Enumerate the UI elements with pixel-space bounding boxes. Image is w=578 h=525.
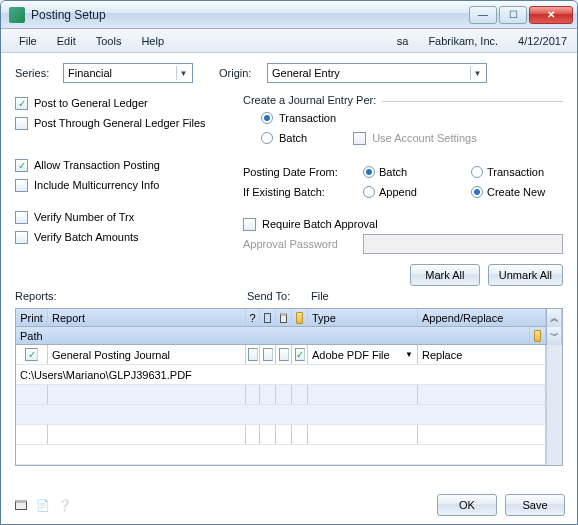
scroll-up-button[interactable]: ︽ bbox=[546, 309, 562, 327]
journal-batch-label: Batch bbox=[279, 132, 307, 144]
col-ask-icon[interactable]: ? bbox=[246, 309, 260, 326]
row-printer-checkbox[interactable] bbox=[279, 348, 289, 361]
menubar: File Edit Tools Help sa Fabrikam, Inc. 4… bbox=[1, 29, 577, 53]
row-print-checkbox[interactable]: ✓ bbox=[25, 348, 38, 361]
path-folder-icon[interactable] bbox=[530, 327, 546, 344]
print-icon[interactable] bbox=[13, 497, 29, 513]
col-printer-icon[interactable] bbox=[276, 309, 292, 326]
table-row[interactable] bbox=[16, 425, 562, 445]
unmark-all-button[interactable]: Unmark All bbox=[488, 264, 563, 286]
save-button[interactable]: Save bbox=[505, 494, 565, 516]
journal-entry-group: Create a Journal Entry Per: Transaction … bbox=[243, 101, 563, 148]
reports-label: Reports: bbox=[15, 290, 75, 308]
post-gl-label: Post to General Ledger bbox=[34, 97, 148, 109]
mark-all-button[interactable]: Mark All bbox=[410, 264, 480, 286]
maximize-button[interactable]: ☐ bbox=[499, 6, 527, 24]
existing-append-radio[interactable] bbox=[363, 186, 375, 198]
chevron-down-icon: ▼ bbox=[470, 66, 484, 80]
row-type: Adobe PDF File bbox=[312, 349, 390, 361]
col-screen-icon[interactable] bbox=[260, 309, 276, 326]
approval-pwd-input bbox=[363, 234, 563, 254]
chevron-down-icon: ▼ bbox=[176, 66, 190, 80]
col-report[interactable]: Report bbox=[48, 309, 246, 326]
status-date: 4/12/2017 bbox=[508, 35, 577, 47]
col-folder-icon[interactable] bbox=[292, 309, 308, 326]
menu-edit[interactable]: Edit bbox=[47, 32, 86, 50]
app-icon bbox=[9, 7, 25, 23]
verify-num-checkbox[interactable] bbox=[15, 211, 28, 224]
row-screen-checkbox[interactable] bbox=[263, 348, 273, 361]
file-label: File bbox=[311, 290, 351, 308]
reports-table: Print Report ? Type Append/Replace ︽ Pat… bbox=[15, 308, 563, 466]
journal-batch-radio[interactable] bbox=[261, 132, 273, 144]
post-gl-checkbox[interactable]: ✓ bbox=[15, 97, 28, 110]
row-append-replace: Replace bbox=[418, 345, 546, 364]
col-type[interactable]: Type bbox=[308, 309, 418, 326]
include-mc-label: Include Multicurrency Info bbox=[34, 179, 159, 191]
series-value: Financial bbox=[68, 67, 112, 79]
origin-value: General Entry bbox=[272, 67, 340, 79]
include-mc-checkbox[interactable] bbox=[15, 179, 28, 192]
datefrom-trx-radio[interactable] bbox=[471, 166, 483, 178]
chevron-down-icon[interactable]: ▼ bbox=[405, 350, 413, 359]
vertical-scrollbar[interactable] bbox=[546, 345, 562, 465]
verify-amt-label: Verify Batch Amounts bbox=[34, 231, 139, 243]
help-icon[interactable]: ❔ bbox=[57, 497, 73, 513]
table-row[interactable]: C:\Users\Mariano\GLPJ39631.PDF bbox=[16, 365, 562, 385]
col-path[interactable]: Path bbox=[16, 327, 530, 344]
sendto-label: Send To: bbox=[247, 290, 311, 308]
use-acct-label: Use Account Settings bbox=[372, 132, 477, 144]
table-row[interactable] bbox=[16, 385, 562, 405]
existing-append-label: Append bbox=[379, 186, 417, 198]
if-existing-label: If Existing Batch: bbox=[243, 186, 363, 198]
row-path: C:\Users\Mariano\GLPJ39631.PDF bbox=[16, 365, 546, 384]
menu-file[interactable]: File bbox=[9, 32, 47, 50]
status-company: Fabrikam, Inc. bbox=[418, 35, 508, 47]
require-approval-label: Require Batch Approval bbox=[262, 218, 378, 230]
bottom-toolbar: 📄 ❔ OK Save bbox=[13, 494, 565, 516]
datefrom-batch-label: Batch bbox=[379, 166, 407, 178]
verify-amt-checkbox[interactable] bbox=[15, 231, 28, 244]
scroll-down-button[interactable]: ︾ bbox=[546, 327, 562, 345]
table-row[interactable] bbox=[16, 405, 562, 425]
verify-num-label: Verify Number of Trx bbox=[34, 211, 134, 223]
col-append-replace[interactable]: Append/Replace bbox=[418, 309, 546, 326]
allow-trx-label: Allow Transaction Posting bbox=[34, 159, 160, 171]
existing-create-radio[interactable] bbox=[471, 186, 483, 198]
menu-tools[interactable]: Tools bbox=[86, 32, 132, 50]
journal-transaction-radio[interactable] bbox=[261, 112, 273, 124]
origin-label: Origin: bbox=[219, 67, 267, 79]
series-select[interactable]: Financial ▼ bbox=[63, 63, 193, 83]
use-acct-checkbox bbox=[353, 132, 366, 145]
close-button[interactable]: ✕ bbox=[529, 6, 573, 24]
existing-create-label: Create New bbox=[487, 186, 545, 198]
document-icon[interactable]: 📄 bbox=[35, 497, 51, 513]
post-through-label: Post Through General Ledger Files bbox=[34, 117, 206, 129]
series-label: Series: bbox=[15, 67, 63, 79]
ok-button[interactable]: OK bbox=[437, 494, 497, 516]
minimize-button[interactable]: — bbox=[469, 6, 497, 24]
origin-select[interactable]: General Entry ▼ bbox=[267, 63, 487, 83]
titlebar: Posting Setup — ☐ ✕ bbox=[1, 1, 577, 29]
status-user: sa bbox=[387, 35, 419, 47]
window-title: Posting Setup bbox=[31, 8, 469, 22]
require-approval-checkbox[interactable] bbox=[243, 218, 256, 231]
row-file-checkbox[interactable]: ✓ bbox=[295, 348, 305, 361]
datefrom-batch-radio[interactable] bbox=[363, 166, 375, 178]
content-area: Series: Financial ▼ Origin: General Entr… bbox=[1, 53, 577, 472]
row-report: General Posting Journal bbox=[48, 345, 246, 364]
allow-trx-checkbox[interactable]: ✓ bbox=[15, 159, 28, 172]
journal-legend: Create a Journal Entry Per: bbox=[243, 94, 382, 106]
datefrom-trx-label: Transaction bbox=[487, 166, 544, 178]
posting-date-from-label: Posting Date From: bbox=[243, 166, 363, 178]
table-row[interactable]: ✓ General Posting Journal ✓ Adobe PDF Fi… bbox=[16, 345, 562, 365]
approval-pwd-label: Approval Password bbox=[243, 238, 363, 250]
row-ask-checkbox[interactable] bbox=[248, 348, 258, 361]
col-print[interactable]: Print bbox=[16, 309, 48, 326]
menu-help[interactable]: Help bbox=[131, 32, 174, 50]
journal-transaction-label: Transaction bbox=[279, 112, 336, 124]
table-row[interactable] bbox=[16, 445, 562, 465]
post-through-checkbox[interactable] bbox=[15, 117, 28, 130]
posting-setup-window: Posting Setup — ☐ ✕ File Edit Tools Help… bbox=[0, 0, 578, 525]
